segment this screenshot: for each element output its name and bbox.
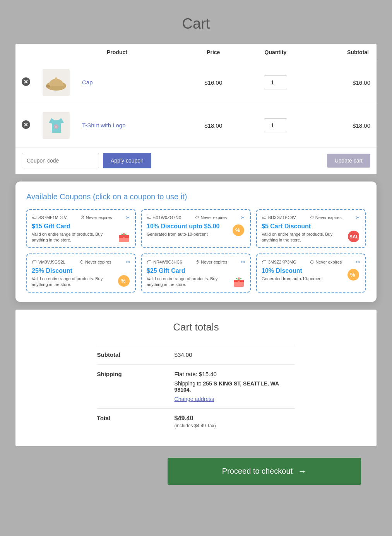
coupon-image [232,274,245,288]
coupon-card-body: 10% Discount upto $5.00 Generated from a… [147,223,245,237]
shipping-value: Flat rate: $15.40 Shipping to 255 S KING… [175,371,295,402]
coupon-image: SALE [347,229,360,243]
coupon-expires-text: Never expires [201,260,227,264]
scissors-icon: ✂ [356,214,360,221]
col-remove [15,44,76,61]
coupon-code-left: 🏷 NR4W8C3HC6 [147,259,182,265]
remove-cell [15,104,36,147]
coupon-expires: ⏱ Never expires [195,260,227,264]
coupon-tag-icon: 🏷 [32,259,36,265]
heading-link: click on a coupon to use it [96,192,185,201]
product-image-cell [36,61,76,104]
coupon-expires-text: Never expires [315,215,342,220]
checkout-btn-label: Proceed to checkout [222,467,293,476]
coupon-image: % [231,223,245,237]
coupon-info: 25% Discount Valid on entire range of pr… [32,267,117,288]
remove-item-button[interactable] [22,77,30,86]
tshirt-icon: ★ [46,115,67,136]
subtotal-row: Subtotal $34.00 [97,345,295,364]
coupon-title: $15 Gift Card [32,223,117,230]
update-cart-button[interactable]: Update cart [327,154,370,168]
svg-text:%: % [121,278,126,284]
coupon-expires: ⏱ Never expires [195,215,227,220]
total-amount: $49.40 [175,415,295,422]
shipping-rate: Flat rate: $15.40 [175,371,295,377]
cart-table: Product Price Quantity Subtotal [15,44,377,147]
product-image [43,69,70,96]
coupon-expires-text: Never expires [315,260,342,264]
coupon-description: Valid on entire range of products. Buy a… [32,276,117,288]
proceed-to-checkout-button[interactable]: Proceed to checkout → [168,458,361,485]
coupon-card-body: $25 Gift Card Valid on entire range of p… [147,267,245,288]
coupon-description: Valid on entire range of products. Buy a… [147,276,232,288]
coupon-card[interactable]: 🏷 VM0VJ9GS2L ⏱ Never expires ✂ 25% Disco… [26,253,136,293]
svg-rect-24 [234,280,244,281]
coupon-expires: ⏱ Never expires [310,260,342,264]
totals-table: Subtotal $34.00 Shipping Flat rate: $15.… [97,345,295,435]
apply-coupon-button[interactable]: Apply coupon [103,153,151,168]
coupon-card-header: 🏷 3M9Z2KP3MG ⏱ Never expires ✂ [262,259,360,265]
coupon-description: Generated from auto-10-percent [262,276,323,282]
product-name-cell: T-Shirt with Logo [76,104,185,147]
scissors-icon: ✂ [356,259,360,265]
quantity-input[interactable] [264,75,287,89]
coupon-input[interactable] [22,153,99,168]
coupon-info: $15 Gift Card Valid on entire range of p… [32,223,117,243]
coupon-info: 10% Discount Generated from auto-10-perc… [262,267,323,282]
col-product-header: Product [76,44,185,61]
coupon-card[interactable]: 🏷 BD3GZ1BC9V ⏱ Never expires ✂ $5 Cart D… [256,209,366,248]
col-price-header: Price [185,44,242,61]
coupon-description: Valid on entire range of products. Buy a… [262,231,347,243]
coupon-description: Generated from auto-10-percent [147,231,220,237]
coupon-card[interactable]: 🏷 3M9Z2KP3MG ⏱ Never expires ✂ 10% Disco… [256,253,366,293]
scissors-icon: ✂ [241,259,245,265]
product-name-link[interactable]: T-Shirt with Logo [82,122,126,128]
coupon-expires-text: Never expires [86,215,112,220]
svg-rect-13 [123,233,125,242]
shipping-row: Shipping Flat rate: $15.40 Shipping to 2… [97,364,295,408]
coupon-card[interactable]: 🏷 SS7MF1MD1V ⏱ Never expires ✂ $15 Gift … [26,209,136,248]
product-subtotal-cell: $16.00 [309,61,377,104]
coupon-expires: ⏱ Never expires [80,215,112,220]
svg-text:%: % [350,272,355,278]
coupons-popup-heading: Available Coupons (click on a coupon to … [26,192,366,201]
coupon-code-left: 🏷 3M9Z2KP3MG [262,259,296,265]
coupon-card[interactable]: 🏷 NR4W8C3HC6 ⏱ Never expires ✂ $25 Gift … [141,253,251,293]
cart-table-wrapper: Product Price Quantity Subtotal [15,44,377,174]
checkout-arrow-icon: → [298,466,306,476]
coupon-code: 6X1W0ZG7NX [153,215,181,220]
scissors-icon: ✂ [241,214,245,221]
svg-text:SALE: SALE [349,234,360,240]
product-subtotal-cell: $18.00 [309,104,377,147]
product-price-cell: $18.00 [185,104,242,147]
clock-icon: ⏱ [80,215,85,220]
product-price-cell: $16.00 [185,61,242,104]
coupon-info: 10% Discount upto $5.00 Generated from a… [147,223,220,237]
coupon-tag-icon: 🏷 [262,259,266,265]
remove-item-button[interactable] [22,120,30,129]
cart-totals-title: Cart totals [31,321,361,333]
table-row: Cap$16.00$16.00 [15,61,377,104]
coupon-tag-icon: 🏷 [147,259,151,265]
cart-table-header: Product Price Quantity Subtotal [15,44,377,61]
product-name-link[interactable]: Cap [82,79,93,86]
shipping-address-text: Shipping to 255 S KING ST, SEATTLE, WA 9… [175,380,295,393]
coupon-title: 10% Discount upto $5.00 [147,223,220,230]
coupon-card-body: $15 Gift Card Valid on entire range of p… [32,223,130,243]
coupons-popup: Available Coupons (click on a coupon to … [15,182,377,302]
change-address-link[interactable]: Change address [175,396,295,402]
quantity-input[interactable] [264,118,287,132]
checkout-btn-wrapper: Proceed to checkout → [15,458,377,485]
coupon-code-left: 🏷 SS7MF1MD1V [32,215,67,220]
coupon-code: 3M9Z2KP3MG [268,260,296,264]
coupon-card[interactable]: 🏷 6X1W0ZG7NX ⏱ Never expires ✂ 10% Disco… [141,209,251,248]
coupon-expires: ⏱ Never expires [80,260,111,264]
tax-note: (includes $4.49 Tax) [175,423,295,428]
product-quantity-cell [242,104,309,147]
coupon-code-left: 🏷 BD3GZ1BC9V [262,215,296,220]
coupon-info: $5 Cart Discount Valid on entire range o… [262,223,347,243]
coupon-tag-icon: 🏷 [147,215,151,220]
coupon-code: SS7MF1MD1V [38,215,67,220]
coupon-code: VM0VJ9GS2L [38,260,65,264]
svg-rect-4 [46,85,50,87]
